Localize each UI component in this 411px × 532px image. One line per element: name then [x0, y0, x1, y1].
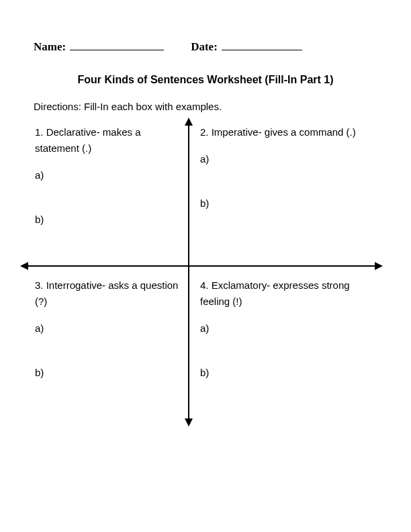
declarative-description: 1. Declarative- makes a statement (.) [35, 124, 179, 157]
name-label: Name: [34, 40, 66, 54]
directions-text: Directions: Fill-In each box with exampl… [34, 101, 377, 112]
date-label: Date: [191, 40, 218, 54]
quadrant-interrogative: 3. Interrogative- asks a question (?) a)… [35, 277, 179, 409]
imperative-item-b[interactable]: b) [200, 195, 371, 212]
exclamatory-item-a[interactable]: a) [200, 320, 371, 337]
quadrant-imperative: 2. Imperative- gives a command (.) a) b) [200, 124, 371, 240]
exclamatory-item-b[interactable]: b) [200, 365, 371, 381]
exclamatory-description: 4. Exclamatory- expresses strong feeling… [200, 277, 371, 310]
declarative-item-b[interactable]: b) [35, 212, 179, 228]
imperative-description: 2. Imperative- gives a command (.) [200, 124, 371, 140]
header-row: Name: Date: [34, 40, 377, 54]
quadrant-declarative: 1. Declarative- makes a statement (.) a)… [35, 124, 179, 256]
imperative-item-a[interactable]: a) [200, 151, 371, 167]
date-input-line[interactable] [222, 50, 302, 50]
quadrant-exclamatory: 4. Exclamatory- expresses strong feeling… [200, 277, 371, 409]
vertical-axis [188, 124, 189, 420]
quadrant-container: 1. Declarative- makes a statement (.) a)… [27, 124, 376, 420]
worksheet-title: Four Kinds of Sentences Worksheet (Fill-… [34, 74, 377, 86]
interrogative-item-b[interactable]: b) [35, 365, 179, 381]
name-input-line[interactable] [70, 50, 164, 50]
horizontal-axis [27, 265, 376, 267]
interrogative-item-a[interactable]: a) [35, 320, 179, 337]
interrogative-description: 3. Interrogative- asks a question (?) [35, 277, 179, 310]
declarative-item-a[interactable]: a) [35, 167, 179, 183]
